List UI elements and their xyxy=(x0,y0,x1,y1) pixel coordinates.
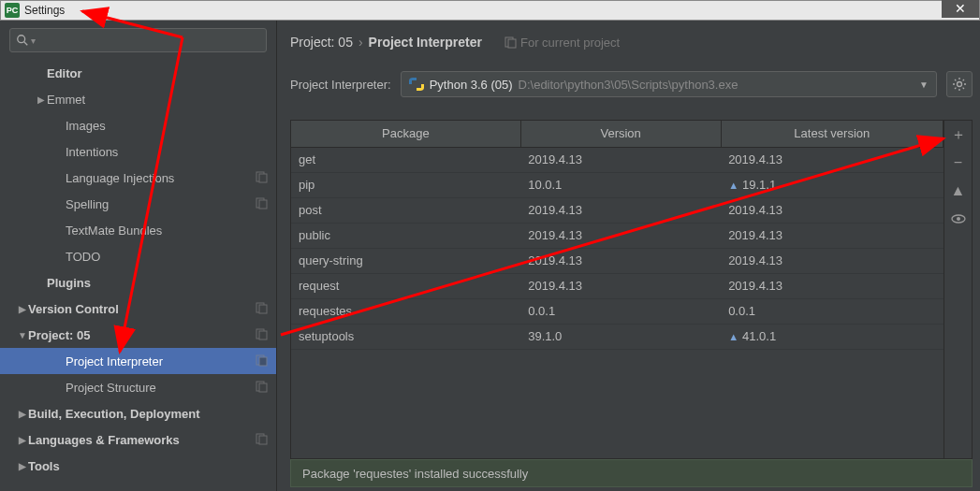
sidebar-item-label: Images xyxy=(66,119,269,133)
tree-arrow-icon: ▼ xyxy=(17,330,28,340)
sidebar-item-intentions[interactable]: Intentions xyxy=(0,138,276,165)
tree-arrow-icon: ▶ xyxy=(17,304,28,314)
sidebar-item-label: Tools xyxy=(28,459,269,473)
package-version: 39.1.0 xyxy=(520,324,721,349)
scope-icon xyxy=(256,354,269,368)
sidebar-item-build-execution-deployment[interactable]: ▶Build, Execution, Deployment xyxy=(0,400,276,426)
sidebar-item-project-interpreter[interactable]: Project Interpreter xyxy=(0,348,276,374)
sidebar-item-spelling[interactable]: Spelling xyxy=(0,191,276,217)
close-button[interactable]: ✕ xyxy=(942,0,979,18)
package-name: request xyxy=(291,273,520,298)
package-latest: 2019.4.13 xyxy=(721,223,943,248)
gear-icon xyxy=(952,77,967,92)
tree-arrow-icon: ▶ xyxy=(17,409,28,419)
table-row[interactable]: get2019.4.132019.4.13 xyxy=(291,147,943,172)
sidebar-item-project-05[interactable]: ▼Project: 05 xyxy=(0,322,276,348)
status-message: Package 'requestes' installed successful… xyxy=(302,467,528,481)
dropdown-arrow-icon: ▼ xyxy=(919,79,929,90)
svg-rect-11 xyxy=(259,357,267,366)
svg-line-1 xyxy=(24,42,28,46)
interpreter-settings-button[interactable] xyxy=(946,71,973,97)
package-latest: 2019.4.13 xyxy=(721,248,943,273)
sidebar-item-languages-frameworks[interactable]: ▶Languages & Frameworks xyxy=(0,426,276,453)
sidebar-item-label: Project: 05 xyxy=(28,328,256,342)
table-row[interactable]: requestes0.0.10.0.1 xyxy=(291,298,943,324)
sidebar-item-images[interactable]: Images xyxy=(0,112,276,138)
sidebar-item-label: Editor xyxy=(47,66,269,80)
show-early-releases-button[interactable] xyxy=(948,209,969,229)
upgrade-available-icon: ▲ xyxy=(728,180,739,191)
remove-package-button[interactable]: − xyxy=(948,152,969,173)
packages-table[interactable]: PackageVersionLatest version get2019.4.1… xyxy=(290,120,944,459)
table-row[interactable]: query-string2019.4.132019.4.13 xyxy=(291,248,943,273)
package-latest: 0.0.1 xyxy=(721,298,943,324)
scope-icon xyxy=(256,171,269,184)
sidebar-item-label: Plugins xyxy=(47,276,269,290)
table-row[interactable]: pip10.0.1▲19.1.1 xyxy=(291,172,943,197)
svg-point-20 xyxy=(957,217,960,221)
package-name: post xyxy=(291,197,520,223)
sidebar-item-label: Project Interpreter xyxy=(66,354,256,368)
sidebar-item-plugins[interactable]: Plugins xyxy=(0,269,276,296)
package-name: get xyxy=(291,147,520,172)
sidebar-item-label: Version Control xyxy=(28,302,256,316)
scope-icon xyxy=(256,302,269,315)
table-row[interactable]: public2019.4.132019.4.13 xyxy=(291,223,943,248)
sidebar-item-editor[interactable]: Editor xyxy=(0,60,276,86)
svg-point-0 xyxy=(18,36,25,43)
app-icon: PC xyxy=(5,3,20,18)
sidebar-item-label: TODO xyxy=(66,250,269,264)
sidebar-item-project-structure[interactable]: Project Structure xyxy=(0,374,276,400)
sidebar-item-textmate-bundles[interactable]: TextMate Bundles xyxy=(0,217,276,243)
interpreter-path: D:\editor\python3\05\Scripts\python3.exe xyxy=(519,78,739,92)
sidebar-item-todo[interactable]: TODO xyxy=(0,243,276,269)
interpreter-name: Python 3.6 (05) xyxy=(430,78,513,92)
package-version: 2019.4.13 xyxy=(520,248,721,273)
sidebar-item-emmet[interactable]: ▶Emmet xyxy=(0,86,276,112)
package-name: public xyxy=(291,223,520,248)
table-row[interactable]: request2019.4.132019.4.13 xyxy=(291,273,943,298)
column-header[interactable]: Package xyxy=(291,121,520,147)
package-latest: ▲19.1.1 xyxy=(721,172,943,197)
svg-rect-17 xyxy=(508,39,516,48)
sidebar-item-tools[interactable]: ▶Tools xyxy=(0,453,276,479)
package-version: 10.0.1 xyxy=(520,172,721,197)
sidebar-item-label: Emmet xyxy=(47,93,269,107)
package-version: 2019.4.13 xyxy=(520,273,721,298)
sidebar-item-version-control[interactable]: ▶Version Control xyxy=(0,296,276,322)
sidebar: ▾ Editor▶EmmetImagesIntentionsLanguage I… xyxy=(0,21,277,491)
tree-arrow-icon: ▶ xyxy=(17,461,28,471)
svg-rect-15 xyxy=(259,436,267,444)
sidebar-item-language-injections[interactable]: Language Injections xyxy=(0,165,276,191)
package-latest: 2019.4.13 xyxy=(721,197,943,223)
package-latest: ▲41.0.1 xyxy=(721,324,943,349)
package-version: 2019.4.13 xyxy=(520,197,721,223)
svg-rect-9 xyxy=(259,331,267,339)
search-icon xyxy=(16,34,29,47)
packages-toolbar: ＋ − ▲ xyxy=(944,120,973,459)
breadcrumb-page: Project Interpreter xyxy=(369,35,482,50)
column-header[interactable]: Version xyxy=(520,121,721,147)
package-version: 2019.4.13 xyxy=(520,147,721,172)
table-row[interactable]: setuptools39.1.0▲41.0.1 xyxy=(291,324,943,349)
search-input[interactable]: ▾ xyxy=(9,28,267,52)
column-header[interactable]: Latest version xyxy=(721,121,943,147)
table-row[interactable]: post2019.4.132019.4.13 xyxy=(291,197,943,223)
sidebar-item-label: Languages & Frameworks xyxy=(28,433,256,447)
upgrade-package-button[interactable]: ▲ xyxy=(948,181,969,201)
breadcrumb-separator: › xyxy=(358,35,363,50)
scope-icon xyxy=(256,328,269,341)
package-name: setuptools xyxy=(291,324,520,349)
sidebar-item-label: Project Structure xyxy=(66,381,256,395)
python-icon xyxy=(409,77,424,92)
add-package-button[interactable]: ＋ xyxy=(948,124,969,145)
breadcrumb-project: Project: 05 xyxy=(290,35,353,50)
package-version: 2019.4.13 xyxy=(520,223,721,248)
window-title: Settings xyxy=(24,4,65,17)
breadcrumb-hint: For current project xyxy=(505,36,620,50)
search-dropdown-icon: ▾ xyxy=(31,36,36,46)
interpreter-select[interactable]: Python 3.6 (05) D:\editor\python3\05\Scr… xyxy=(401,71,937,97)
scope-icon xyxy=(256,197,269,210)
status-bar: Package 'requestes' installed successful… xyxy=(290,459,973,487)
svg-rect-13 xyxy=(259,383,267,392)
